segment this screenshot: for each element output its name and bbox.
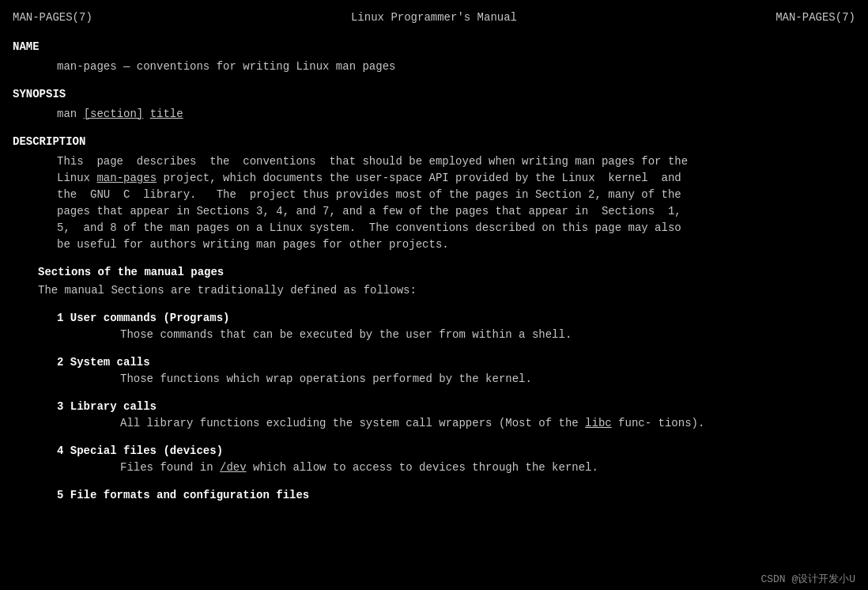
- section-item-4: 4 Special files (devices) Files found in…: [57, 443, 855, 476]
- sub-sections-intro: The manual Sections are traditionally de…: [38, 282, 855, 299]
- name-label: NAME: [13, 39, 855, 55]
- item-5-number: 5 File formats and configuration files: [57, 489, 309, 501]
- description-section: DESCRIPTION This page describes the conv…: [13, 134, 855, 504]
- item-2-number: 2 System calls: [57, 356, 150, 369]
- header-right: MAN-PAGES(7): [776, 9, 855, 26]
- item-3-title: 3 Library calls: [57, 399, 855, 415]
- section-item-3: 3 Library calls All library functions ex…: [57, 399, 855, 432]
- item-1-title: 1 User commands (Programs): [57, 310, 855, 327]
- synopsis-arg2: title: [150, 108, 183, 120]
- name-content: man-pages — conventions for writing Linu…: [57, 59, 855, 75]
- synopsis-section: SYNOPSIS man [section] title: [13, 86, 855, 123]
- section-item-1: 1 User commands (Programs) Those command…: [57, 310, 855, 343]
- item-4-number: 4 Special files (devices): [57, 444, 223, 457]
- synopsis-arg1: [section]: [84, 108, 144, 120]
- item-4-desc: Files found in /dev which allow to acces…: [120, 460, 855, 476]
- item-3-number: 3 Library calls: [57, 400, 157, 413]
- item-5-title: 5 File formats and configuration files: [57, 487, 855, 504]
- man-page-header: MAN-PAGES(7) Linux Programmer's Manual M…: [13, 9, 855, 26]
- man-pages-link: man-pages: [96, 172, 157, 184]
- item-3-desc: All library functions excluding the syst…: [120, 415, 855, 432]
- synopsis-label: SYNOPSIS: [13, 86, 855, 103]
- libc-link: libc: [585, 417, 612, 429]
- section-item-2: 2 System calls Those functions which wra…: [57, 354, 855, 388]
- sub-sections-label: Sections of the manual pages: [38, 264, 855, 281]
- description-label: DESCRIPTION: [13, 134, 855, 150]
- header-center: Linux Programmer's Manual: [351, 9, 517, 26]
- item-2-title: 2 System calls: [57, 354, 855, 371]
- section-item-5: 5 File formats and configuration files: [57, 487, 855, 504]
- synopsis-command: man: [57, 108, 77, 120]
- dev-link: /dev: [220, 461, 247, 474]
- name-section: NAME man-pages — conventions for writing…: [13, 39, 855, 75]
- synopsis-content: man [section] title: [57, 106, 855, 123]
- item-1-number: 1 User commands (Programs): [57, 312, 229, 324]
- item-1-desc: Those commands that can be executed by t…: [120, 327, 855, 343]
- item-4-title: 4 Special files (devices): [57, 443, 855, 460]
- header-left: MAN-PAGES(7): [13, 9, 92, 26]
- item-2-desc: Those functions which wrap operations pe…: [120, 371, 855, 388]
- footer-watermark: CSDN @设计开发小U: [760, 572, 855, 591]
- description-paragraph: This page describes the conventions that…: [57, 153, 855, 253]
